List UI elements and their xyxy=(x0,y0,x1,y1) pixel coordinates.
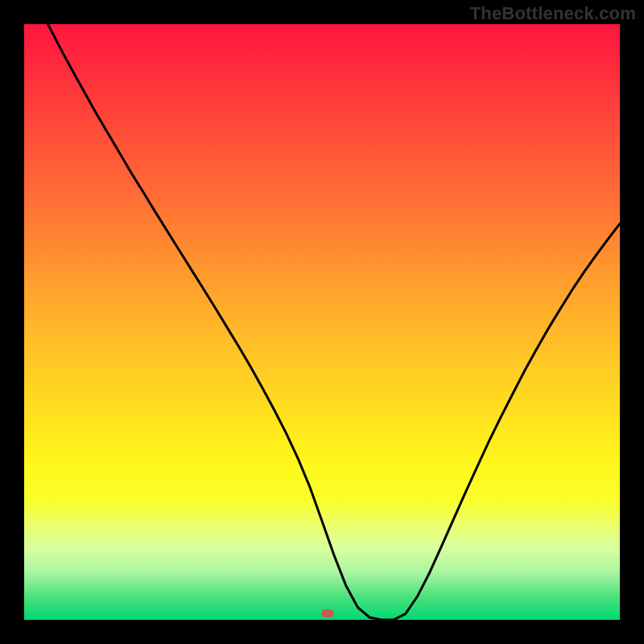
watermark-text: TheBottleneck.com xyxy=(470,3,636,24)
bottleneck-curve xyxy=(24,24,620,620)
chart-stage: TheBottleneck.com xyxy=(0,0,644,644)
bottleneck-curve-path xyxy=(24,0,620,620)
minimum-marker xyxy=(321,609,334,617)
